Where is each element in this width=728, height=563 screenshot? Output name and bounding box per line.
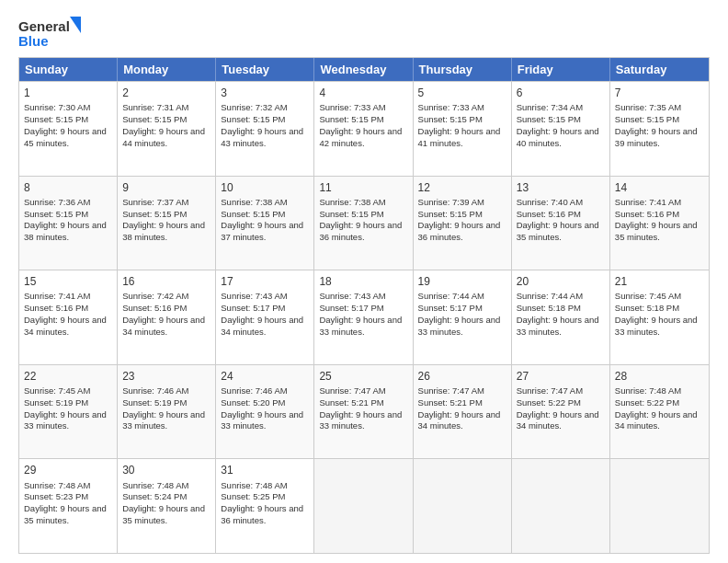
logo: GeneralBlue [18,17,83,50]
sunrise-text: Sunrise: 7:36 AM [24,197,90,207]
sunset-text: Sunset: 5:16 PM [517,209,581,219]
sunset-text: Sunset: 5:15 PM [319,209,383,219]
daylight-text: Daylight: 9 hours and 35 minutes. [517,220,599,242]
calendar-row: 29Sunrise: 7:48 AMSunset: 5:23 PMDayligh… [19,458,709,553]
calendar-cell: 1Sunrise: 7:30 AMSunset: 5:15 PMDaylight… [19,82,118,176]
day-number: 22 [24,369,112,384]
sunset-text: Sunset: 5:23 PM [24,491,88,501]
calendar-cell: 17Sunrise: 7:43 AMSunset: 5:17 PMDayligh… [216,270,314,364]
day-number: 10 [221,180,309,195]
sunset-text: Sunset: 5:15 PM [122,114,187,124]
day-number: 6 [517,86,605,100]
sunset-text: Sunset: 5:18 PM [517,303,581,313]
sunset-text: Sunset: 5:22 PM [615,397,679,408]
daylight-text: Daylight: 9 hours and 37 minutes. [221,220,303,242]
day-number: 5 [418,86,506,100]
calendar-cell: 25Sunrise: 7:47 AMSunset: 5:21 PMDayligh… [314,365,413,459]
daylight-text: Daylight: 9 hours and 35 minutes. [122,503,205,525]
calendar-cell: 6Sunrise: 7:34 AMSunset: 5:15 PMDaylight… [512,82,610,176]
calendar-cell: 10Sunrise: 7:38 AMSunset: 5:15 PMDayligh… [216,177,314,270]
daylight-text: Daylight: 9 hours and 38 minutes. [24,220,107,242]
calendar-cell: 22Sunrise: 7:45 AMSunset: 5:19 PMDayligh… [19,365,118,459]
daylight-text: Daylight: 9 hours and 35 minutes. [24,503,107,525]
day-number: 20 [517,274,605,289]
daylight-text: Daylight: 9 hours and 34 minutes. [418,409,501,431]
calendar-cell [414,459,512,553]
sunrise-text: Sunrise: 7:48 AM [122,480,188,490]
sunset-text: Sunset: 5:15 PM [122,209,187,219]
calendar-cell [610,459,709,553]
day-number: 8 [24,180,112,195]
weekday-header: Tuesday [216,58,314,81]
weekday-header: Thursday [414,58,512,81]
daylight-text: Daylight: 9 hours and 33 minutes. [122,409,205,431]
sunset-text: Sunset: 5:17 PM [319,303,383,313]
daylight-text: Daylight: 9 hours and 36 minutes. [221,503,303,525]
sunrise-text: Sunrise: 7:33 AM [319,102,385,112]
calendar-cell: 11Sunrise: 7:38 AMSunset: 5:15 PMDayligh… [314,177,413,270]
weekday-header: Wednesday [314,58,413,81]
weekday-header: Monday [118,58,216,81]
calendar-cell [512,459,610,553]
day-number: 4 [319,86,407,100]
day-number: 12 [418,180,506,195]
daylight-text: Daylight: 9 hours and 34 minutes. [122,315,205,337]
daylight-text: Daylight: 9 hours and 44 minutes. [122,126,205,148]
sunset-text: Sunset: 5:20 PM [221,397,285,408]
sunset-text: Sunset: 5:17 PM [221,303,285,313]
sunset-text: Sunset: 5:21 PM [319,397,383,408]
day-number: 16 [122,274,210,289]
calendar-cell: 24Sunrise: 7:46 AMSunset: 5:20 PMDayligh… [216,365,314,459]
day-number: 15 [24,274,112,289]
calendar-cell: 31Sunrise: 7:48 AMSunset: 5:25 PMDayligh… [216,459,314,553]
daylight-text: Daylight: 9 hours and 42 minutes. [319,126,402,148]
sunset-text: Sunset: 5:15 PM [319,114,383,124]
calendar-header: SundayMondayTuesdayWednesdayThursdayFrid… [19,58,709,81]
daylight-text: Daylight: 9 hours and 33 minutes. [221,409,303,431]
day-number: 29 [24,463,112,477]
calendar-cell: 29Sunrise: 7:48 AMSunset: 5:23 PMDayligh… [19,459,118,553]
day-number: 27 [517,369,605,384]
daylight-text: Daylight: 9 hours and 40 minutes. [517,126,599,148]
sunrise-text: Sunrise: 7:37 AM [122,197,188,207]
day-number: 25 [319,369,407,384]
daylight-text: Daylight: 9 hours and 36 minutes. [319,220,402,242]
sunrise-text: Sunrise: 7:48 AM [615,385,681,396]
sunrise-text: Sunrise: 7:39 AM [418,197,484,207]
calendar-body: 1Sunrise: 7:30 AMSunset: 5:15 PMDaylight… [19,81,709,553]
sunrise-text: Sunrise: 7:47 AM [319,385,385,396]
sunrise-text: Sunrise: 7:46 AM [122,385,188,396]
sunset-text: Sunset: 5:15 PM [418,114,483,124]
daylight-text: Daylight: 9 hours and 33 minutes. [24,409,107,431]
calendar-cell: 28Sunrise: 7:48 AMSunset: 5:22 PMDayligh… [610,365,709,459]
logo-icon: GeneralBlue [18,17,83,50]
calendar-row: 8Sunrise: 7:36 AMSunset: 5:15 PMDaylight… [19,176,709,270]
svg-text:General: General [18,18,70,34]
daylight-text: Daylight: 9 hours and 41 minutes. [418,126,501,148]
sunset-text: Sunset: 5:16 PM [615,209,679,219]
sunrise-text: Sunrise: 7:43 AM [319,291,385,301]
daylight-text: Daylight: 9 hours and 33 minutes. [319,409,402,431]
sunset-text: Sunset: 5:25 PM [221,491,285,501]
calendar-cell: 7Sunrise: 7:35 AMSunset: 5:15 PMDaylight… [610,82,709,176]
sunrise-text: Sunrise: 7:33 AM [418,102,484,112]
sunrise-text: Sunrise: 7:48 AM [24,480,90,490]
calendar-cell: 15Sunrise: 7:41 AMSunset: 5:16 PMDayligh… [19,270,118,364]
sunset-text: Sunset: 5:17 PM [418,303,483,313]
daylight-text: Daylight: 9 hours and 43 minutes. [221,126,303,148]
calendar-cell: 20Sunrise: 7:44 AMSunset: 5:18 PMDayligh… [512,270,610,364]
svg-text:Blue: Blue [18,33,49,49]
daylight-text: Daylight: 9 hours and 45 minutes. [24,126,107,148]
sunset-text: Sunset: 5:19 PM [24,397,88,408]
sunrise-text: Sunrise: 7:43 AM [221,291,287,301]
sunset-text: Sunset: 5:19 PM [122,397,187,408]
daylight-text: Daylight: 9 hours and 35 minutes. [615,220,698,242]
daylight-text: Daylight: 9 hours and 33 minutes. [319,315,402,337]
daylight-text: Daylight: 9 hours and 34 minutes. [615,409,698,431]
sunrise-text: Sunrise: 7:30 AM [24,102,90,112]
day-number: 24 [221,369,309,384]
sunset-text: Sunset: 5:21 PM [418,397,483,408]
sunrise-text: Sunrise: 7:35 AM [615,102,681,112]
day-number: 19 [418,274,506,289]
sunset-text: Sunset: 5:15 PM [221,114,285,124]
